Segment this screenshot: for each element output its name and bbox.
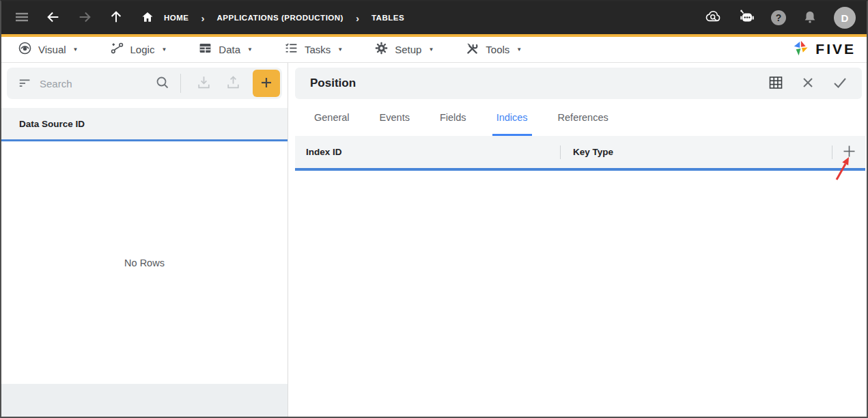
tab-events[interactable]: Events bbox=[376, 99, 414, 136]
no-rows-message: No Rows bbox=[124, 257, 165, 268]
tools-icon bbox=[465, 41, 479, 57]
indices-table-body bbox=[295, 171, 867, 417]
upload-icon bbox=[225, 74, 242, 93]
menu-tasks[interactable]: Tasks ▼ bbox=[284, 41, 343, 57]
grid-icon bbox=[768, 74, 784, 93]
hamburger-icon bbox=[14, 9, 30, 27]
five-logo-icon bbox=[792, 39, 811, 60]
checklist-icon bbox=[284, 41, 298, 57]
save-button[interactable] bbox=[832, 74, 848, 93]
arrow-left-icon bbox=[46, 10, 61, 27]
topbar: HOME › APPLICATIONS (PRODUCTION) › TABLE… bbox=[1, 1, 867, 34]
caret-down-icon: ▼ bbox=[247, 46, 253, 53]
eye-icon bbox=[18, 41, 32, 57]
menu-label: Data bbox=[219, 44, 240, 55]
caret-down-icon: ▼ bbox=[337, 46, 343, 53]
plus-icon bbox=[842, 144, 856, 161]
column-label: Key Type bbox=[573, 147, 613, 157]
column-header-label: Data Source ID bbox=[19, 119, 85, 129]
caret-down-icon: ▼ bbox=[516, 46, 522, 53]
column-header-key-type[interactable]: Key Type bbox=[561, 147, 832, 157]
filter-icon bbox=[18, 75, 33, 92]
search-icon bbox=[154, 74, 171, 93]
menu-data[interactable]: Data ▼ bbox=[198, 41, 253, 57]
form-title: Position bbox=[310, 76, 768, 90]
caret-down-icon: ▼ bbox=[161, 46, 167, 53]
cloud-search-button[interactable] bbox=[704, 8, 723, 27]
menu-label: Tools bbox=[486, 44, 509, 55]
chevron-right-icon: › bbox=[201, 13, 205, 23]
user-avatar[interactable]: D bbox=[834, 7, 856, 29]
tab-references[interactable]: References bbox=[554, 99, 613, 136]
hamburger-menu-button[interactable] bbox=[12, 8, 31, 27]
form-header: Position bbox=[295, 68, 862, 99]
cloud-search-icon bbox=[705, 8, 723, 28]
column-header-data-source-id[interactable]: Data Source ID bbox=[1, 108, 288, 141]
search-button[interactable] bbox=[154, 74, 171, 93]
breadcrumb-tables[interactable]: TABLES bbox=[369, 14, 407, 22]
menu-visual[interactable]: Visual ▼ bbox=[18, 41, 79, 57]
menu-setup[interactable]: Setup ▼ bbox=[374, 41, 434, 57]
left-panel: Data Source ID No Rows bbox=[1, 63, 288, 417]
avatar-letter: D bbox=[841, 12, 849, 24]
add-record-button[interactable] bbox=[253, 70, 280, 97]
grid-view-button[interactable] bbox=[768, 74, 784, 93]
menu-label: Tasks bbox=[305, 44, 331, 55]
download-icon bbox=[195, 74, 212, 93]
toolbar-divider bbox=[180, 74, 181, 93]
indices-table-header: Index ID Key Type bbox=[295, 136, 865, 171]
bell-icon bbox=[802, 10, 817, 27]
forward-button[interactable] bbox=[75, 8, 94, 27]
menu-label: Visual bbox=[38, 44, 66, 55]
left-panel-footer bbox=[1, 384, 288, 417]
cancel-button[interactable] bbox=[800, 75, 815, 92]
arrow-right-icon bbox=[77, 10, 92, 27]
form-tabs: General Events Fields Indices References bbox=[295, 99, 867, 136]
brand: FIVE bbox=[792, 39, 856, 60]
menu-logic[interactable]: Logic ▼ bbox=[110, 41, 167, 57]
tab-indices[interactable]: Indices bbox=[492, 99, 532, 136]
table-icon bbox=[198, 41, 212, 57]
app-window: HOME › APPLICATIONS (PRODUCTION) › TABLE… bbox=[0, 0, 868, 418]
tab-fields[interactable]: Fields bbox=[436, 99, 471, 136]
menu-label: Setup bbox=[395, 44, 421, 55]
workflow-icon bbox=[110, 41, 124, 57]
assistant-bot-button[interactable] bbox=[738, 8, 757, 27]
breadcrumb-home[interactable]: HOME bbox=[161, 14, 192, 22]
gear-icon bbox=[374, 41, 389, 57]
left-list-empty-state: No Rows bbox=[1, 141, 288, 384]
search-toolbar bbox=[7, 68, 282, 99]
arrow-up-icon bbox=[109, 10, 124, 27]
menubar: Visual ▼ Logic ▼ Data ▼ Tasks ▼ bbox=[1, 37, 867, 63]
help-button[interactable]: ? bbox=[771, 10, 786, 25]
filter-button[interactable] bbox=[18, 75, 33, 92]
menu-tools[interactable]: Tools ▼ bbox=[465, 41, 522, 57]
close-icon bbox=[800, 75, 815, 92]
home-icon bbox=[141, 10, 154, 26]
column-header-index-id[interactable]: Index ID bbox=[295, 147, 560, 157]
caret-down-icon: ▼ bbox=[428, 46, 434, 53]
notifications-button[interactable] bbox=[800, 8, 820, 27]
robot-chat-icon bbox=[738, 8, 756, 28]
add-index-button[interactable] bbox=[832, 143, 865, 161]
home-button[interactable] bbox=[138, 8, 157, 27]
export-button[interactable] bbox=[225, 74, 242, 93]
plus-icon bbox=[260, 76, 273, 92]
tab-general[interactable]: General bbox=[310, 99, 354, 136]
brand-name: FIVE bbox=[815, 41, 856, 57]
import-button[interactable] bbox=[195, 74, 212, 93]
chevron-right-icon: › bbox=[356, 13, 359, 23]
caret-down-icon: ▼ bbox=[73, 46, 79, 53]
breadcrumb-applications[interactable]: APPLICATIONS (PRODUCTION) bbox=[214, 14, 346, 22]
search-input[interactable] bbox=[33, 78, 154, 89]
up-button[interactable] bbox=[107, 8, 126, 27]
content: Data Source ID No Rows Position bbox=[1, 63, 867, 417]
back-button[interactable] bbox=[44, 8, 63, 27]
menu-label: Logic bbox=[130, 44, 155, 55]
column-label: Index ID bbox=[306, 147, 342, 157]
check-icon bbox=[832, 74, 848, 93]
right-panel: Position bbox=[288, 63, 867, 417]
question-mark-icon: ? bbox=[776, 12, 782, 23]
